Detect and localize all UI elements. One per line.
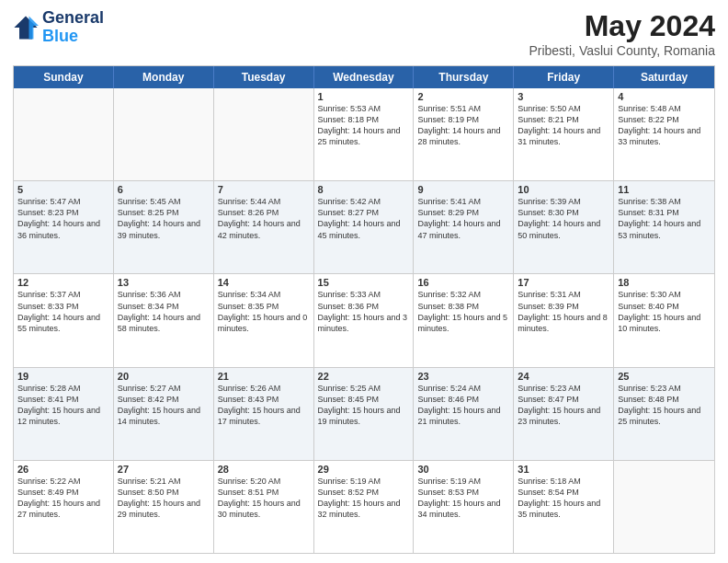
cell-info: Sunrise: 5:41 AM Sunset: 8:29 PM Dayligh… — [417, 196, 509, 241]
cell-info: Sunrise: 5:27 AM Sunset: 8:42 PM Dayligh… — [118, 383, 210, 428]
cell-day-4: 4Sunrise: 5:48 AM Sunset: 8:22 PM Daylig… — [614, 88, 714, 180]
cell-day-18: 18Sunrise: 5:30 AM Sunset: 8:40 PM Dayli… — [614, 274, 714, 366]
cell-day-21: 21Sunrise: 5:26 AM Sunset: 8:43 PM Dayli… — [214, 368, 314, 460]
cell-info: Sunrise: 5:23 AM Sunset: 8:47 PM Dayligh… — [518, 383, 609, 428]
day-number: 13 — [118, 277, 210, 288]
cell-day-30: 30Sunrise: 5:19 AM Sunset: 8:53 PM Dayli… — [414, 461, 514, 553]
day-number: 26 — [17, 464, 109, 475]
cell-info: Sunrise: 5:37 AM Sunset: 8:33 PM Dayligh… — [17, 289, 109, 334]
day-number: 23 — [417, 371, 509, 382]
day-number: 20 — [118, 371, 210, 382]
logo-line1: General — [42, 9, 104, 28]
cell-info: Sunrise: 5:32 AM Sunset: 8:38 PM Dayligh… — [417, 289, 509, 334]
cell-info: Sunrise: 5:44 AM Sunset: 8:26 PM Dayligh… — [218, 196, 310, 241]
calendar-row-3: 19Sunrise: 5:28 AM Sunset: 8:41 PM Dayli… — [14, 367, 714, 460]
cell-empty-0-0 — [14, 88, 114, 180]
cell-info: Sunrise: 5:33 AM Sunset: 8:36 PM Dayligh… — [318, 289, 410, 334]
cell-info: Sunrise: 5:19 AM Sunset: 8:53 PM Dayligh… — [417, 476, 509, 521]
cell-info: Sunrise: 5:20 AM Sunset: 8:51 PM Dayligh… — [218, 476, 310, 521]
cell-day-23: 23Sunrise: 5:24 AM Sunset: 8:46 PM Dayli… — [414, 368, 514, 460]
cell-day-13: 13Sunrise: 5:36 AM Sunset: 8:34 PM Dayli… — [114, 274, 214, 366]
day-number: 27 — [118, 464, 210, 475]
cell-info: Sunrise: 5:31 AM Sunset: 8:39 PM Dayligh… — [518, 289, 609, 334]
cell-info: Sunrise: 5:19 AM Sunset: 8:52 PM Dayligh… — [318, 476, 410, 521]
cell-info: Sunrise: 5:23 AM Sunset: 8:48 PM Dayligh… — [618, 383, 711, 428]
calendar-row-2: 12Sunrise: 5:37 AM Sunset: 8:33 PM Dayli… — [14, 273, 714, 366]
title-area: May 2024 Pribesti, Vaslui County, Romani… — [529, 9, 715, 58]
cell-day-26: 26Sunrise: 5:22 AM Sunset: 8:49 PM Dayli… — [14, 461, 114, 553]
day-number: 15 — [318, 277, 410, 288]
day-number: 14 — [218, 277, 310, 288]
cell-day-31: 31Sunrise: 5:18 AM Sunset: 8:54 PM Dayli… — [514, 461, 614, 553]
cell-day-12: 12Sunrise: 5:37 AM Sunset: 8:33 PM Dayli… — [14, 274, 114, 366]
cell-day-15: 15Sunrise: 5:33 AM Sunset: 8:36 PM Dayli… — [314, 274, 415, 366]
cell-empty-0-2 — [214, 88, 314, 180]
day-number: 28 — [218, 464, 310, 475]
day-header-saturday: Saturday — [614, 66, 714, 88]
cell-info: Sunrise: 5:50 AM Sunset: 8:21 PM Dayligh… — [518, 103, 609, 148]
cell-info: Sunrise: 5:25 AM Sunset: 8:45 PM Dayligh… — [318, 383, 410, 428]
cell-day-17: 17Sunrise: 5:31 AM Sunset: 8:39 PM Dayli… — [514, 274, 614, 366]
day-number: 9 — [417, 184, 509, 195]
cell-info: Sunrise: 5:45 AM Sunset: 8:25 PM Dayligh… — [118, 196, 210, 241]
cell-empty-4-6 — [614, 461, 714, 553]
cell-info: Sunrise: 5:51 AM Sunset: 8:19 PM Dayligh… — [417, 103, 509, 148]
cell-day-9: 9Sunrise: 5:41 AM Sunset: 8:29 PM Daylig… — [414, 181, 514, 273]
day-number: 30 — [417, 464, 509, 475]
day-number: 18 — [618, 277, 711, 288]
day-number: 2 — [417, 91, 509, 102]
day-number: 24 — [518, 371, 609, 382]
day-number: 16 — [417, 277, 509, 288]
logo-icon — [13, 15, 39, 40]
day-number: 8 — [318, 184, 410, 195]
cell-info: Sunrise: 5:36 AM Sunset: 8:34 PM Dayligh… — [118, 289, 210, 334]
day-number: 31 — [518, 464, 609, 475]
cell-info: Sunrise: 5:39 AM Sunset: 8:30 PM Dayligh… — [518, 196, 609, 241]
day-header-monday: Monday — [114, 66, 214, 88]
cell-info: Sunrise: 5:22 AM Sunset: 8:49 PM Dayligh… — [17, 476, 109, 521]
day-number: 19 — [17, 371, 109, 382]
cell-day-8: 8Sunrise: 5:42 AM Sunset: 8:27 PM Daylig… — [314, 181, 415, 273]
cell-info: Sunrise: 5:47 AM Sunset: 8:23 PM Dayligh… — [17, 196, 109, 241]
day-header-tuesday: Tuesday — [214, 66, 314, 88]
cell-day-10: 10Sunrise: 5:39 AM Sunset: 8:30 PM Dayli… — [514, 181, 614, 273]
day-number: 21 — [218, 371, 310, 382]
day-number: 10 — [518, 184, 609, 195]
cell-info: Sunrise: 5:24 AM Sunset: 8:46 PM Dayligh… — [417, 383, 509, 428]
day-number: 12 — [17, 277, 109, 288]
cell-day-27: 27Sunrise: 5:21 AM Sunset: 8:50 PM Dayli… — [114, 461, 214, 553]
day-number: 3 — [518, 91, 609, 102]
cell-empty-0-1 — [114, 88, 214, 180]
cell-info: Sunrise: 5:26 AM Sunset: 8:43 PM Dayligh… — [218, 383, 310, 428]
day-header-thursday: Thursday — [414, 66, 514, 88]
cell-day-3: 3Sunrise: 5:50 AM Sunset: 8:21 PM Daylig… — [514, 88, 614, 180]
cell-day-5: 5Sunrise: 5:47 AM Sunset: 8:23 PM Daylig… — [14, 181, 114, 273]
cell-info: Sunrise: 5:48 AM Sunset: 8:22 PM Dayligh… — [618, 103, 711, 148]
cell-info: Sunrise: 5:53 AM Sunset: 8:18 PM Dayligh… — [318, 103, 410, 148]
day-number: 11 — [618, 184, 711, 195]
day-number: 1 — [318, 91, 410, 102]
logo: General Blue — [13, 9, 104, 46]
cell-day-29: 29Sunrise: 5:19 AM Sunset: 8:52 PM Dayli… — [314, 461, 415, 553]
day-number: 29 — [318, 464, 410, 475]
cell-day-2: 2Sunrise: 5:51 AM Sunset: 8:19 PM Daylig… — [414, 88, 514, 180]
day-number: 25 — [618, 371, 711, 382]
svg-marker-0 — [14, 16, 37, 39]
calendar-row-4: 26Sunrise: 5:22 AM Sunset: 8:49 PM Dayli… — [14, 460, 714, 553]
page: General Blue May 2024 Pribesti, Vaslui C… — [0, 0, 728, 563]
cell-day-24: 24Sunrise: 5:23 AM Sunset: 8:47 PM Dayli… — [514, 368, 614, 460]
cell-info: Sunrise: 5:30 AM Sunset: 8:40 PM Dayligh… — [618, 289, 711, 334]
cell-day-11: 11Sunrise: 5:38 AM Sunset: 8:31 PM Dayli… — [614, 181, 714, 273]
cell-day-16: 16Sunrise: 5:32 AM Sunset: 8:38 PM Dayli… — [414, 274, 514, 366]
calendar: SundayMondayTuesdayWednesdayThursdayFrid… — [13, 65, 715, 554]
cell-info: Sunrise: 5:18 AM Sunset: 8:54 PM Dayligh… — [518, 476, 609, 521]
calendar-body: 1Sunrise: 5:53 AM Sunset: 8:18 PM Daylig… — [14, 88, 714, 553]
cell-info: Sunrise: 5:38 AM Sunset: 8:31 PM Dayligh… — [618, 196, 711, 241]
day-number: 22 — [318, 371, 410, 382]
calendar-row-1: 5Sunrise: 5:47 AM Sunset: 8:23 PM Daylig… — [14, 180, 714, 273]
header: General Blue May 2024 Pribesti, Vaslui C… — [13, 9, 715, 58]
day-number: 7 — [218, 184, 310, 195]
day-header-friday: Friday — [514, 66, 614, 88]
cell-info: Sunrise: 5:34 AM Sunset: 8:35 PM Dayligh… — [218, 289, 310, 334]
day-header-sunday: Sunday — [14, 66, 114, 88]
